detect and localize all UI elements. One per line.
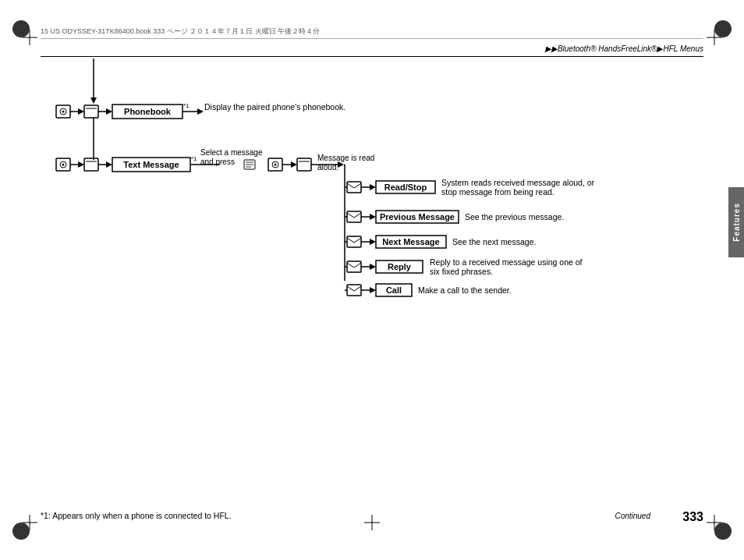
svg-marker-80 <box>370 264 376 270</box>
svg-rect-59 <box>347 182 361 193</box>
top-right-circle <box>714 20 732 37</box>
svg-text:See the next message.: See the next message. <box>452 237 536 246</box>
svg-text:six fixed phrases.: six fixed phrases. <box>430 267 493 276</box>
svg-marker-25 <box>197 108 204 115</box>
svg-marker-36 <box>106 161 112 168</box>
svg-text:Display the paired phone's pho: Display the paired phone's phonebook. <box>204 102 345 112</box>
svg-text:*1: *1 <box>191 155 197 162</box>
bottom-left-circle <box>12 523 30 540</box>
svg-marker-57 <box>338 161 344 168</box>
svg-marker-51 <box>291 161 297 168</box>
svg-rect-52 <box>297 158 311 171</box>
footnote-text: *1: Appears only when a phone is connect… <box>41 511 232 520</box>
page-number: 333 <box>682 510 703 524</box>
page-number-text: 333 <box>682 510 703 523</box>
svg-text:Read/Stop: Read/Stop <box>384 183 427 192</box>
svg-marker-61 <box>370 184 376 190</box>
svg-text:Make a call to the sender.: Make a call to the sender. <box>418 285 512 295</box>
page-continued: Continued <box>615 510 650 521</box>
svg-text:Phonebook: Phonebook <box>124 107 172 116</box>
top-left-circle <box>12 20 30 37</box>
footnote: *1: Appears only when a phone is connect… <box>41 510 232 521</box>
svg-text:Call: Call <box>386 285 402 295</box>
breadcrumb: ▶▶Bluetooth® HandsFreeLink®▶HFL Menus <box>41 43 703 57</box>
svg-text:See the previous message.: See the previous message. <box>465 212 564 222</box>
svg-text:Message is read: Message is read <box>317 154 374 162</box>
svg-marker-16 <box>78 108 84 115</box>
svg-marker-32 <box>78 161 84 168</box>
features-side-label: Features <box>728 187 744 257</box>
svg-point-30 <box>62 164 65 166</box>
svg-text:Next Message: Next Message <box>382 237 439 246</box>
diagram-svg: Phonebook *1 Display the paired phone's … <box>41 58 711 300</box>
svg-rect-85 <box>347 285 361 296</box>
svg-marker-87 <box>370 287 376 293</box>
svg-rect-33 <box>84 158 98 171</box>
svg-marker-74 <box>370 239 376 245</box>
bottom-center-crosshair <box>364 515 380 530</box>
svg-text:Reply: Reply <box>388 262 412 271</box>
svg-point-49 <box>275 164 277 166</box>
svg-rect-17 <box>84 105 98 118</box>
svg-text:Previous Message: Previous Message <box>380 212 455 222</box>
svg-marker-11 <box>90 97 97 104</box>
features-label-text: Features <box>732 203 741 242</box>
svg-marker-68 <box>370 214 376 220</box>
svg-rect-72 <box>347 236 361 247</box>
svg-text:*1: *1 <box>183 102 190 109</box>
svg-point-14 <box>62 111 65 113</box>
breadcrumb-text: ▶▶Bluetooth® HandsFreeLink®▶HFL Menus <box>545 44 703 53</box>
svg-text:Select a message: Select a message <box>200 148 263 157</box>
svg-text:System reads received message : System reads received message aloud, or <box>441 178 595 187</box>
continued-label: Continued <box>615 512 650 520</box>
svg-rect-78 <box>347 261 361 272</box>
svg-marker-20 <box>106 108 112 115</box>
diagram-container: Phonebook *1 Display the paired phone's … <box>41 58 721 308</box>
svg-text:Reply to a received message us: Reply to a received message using one of <box>430 257 583 267</box>
svg-text:stop message from being read.: stop message from being read. <box>441 187 554 197</box>
bottom-right-circle <box>714 523 732 540</box>
top-bar: 15 US ODYSSEY-31TK86400.book 333 ページ ２０１… <box>41 23 703 39</box>
svg-text:Text Message: Text Message <box>123 160 179 169</box>
svg-rect-66 <box>347 211 361 222</box>
file-info: 15 US ODYSSEY-31TK86400.book 333 ページ ２０１… <box>41 27 703 37</box>
